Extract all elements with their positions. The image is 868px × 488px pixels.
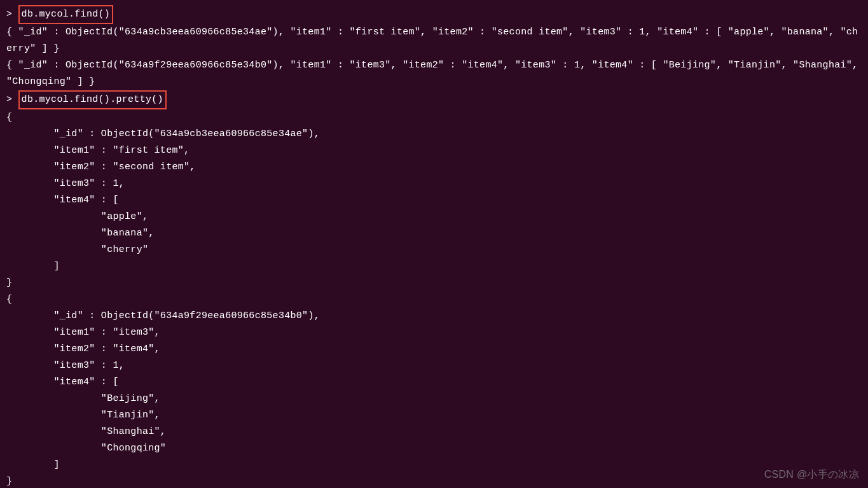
pretty-output-line: "item4" : [: [6, 374, 862, 391]
prompt-symbol: >: [6, 94, 18, 105]
output-line-1: { "_id" : ObjectId("634a9cb3eea60966c85e…: [6, 24, 862, 57]
pretty-output-line: "Chongqing": [6, 440, 862, 457]
pretty-output-line: "Shanghai",: [6, 424, 862, 440]
pretty-output-line: "item1" : "item3",: [6, 324, 862, 341]
pretty-output-line: "Tianjin",: [6, 407, 862, 424]
pretty-output-line: "item3" : 1,: [6, 176, 862, 192]
pretty-output: { "_id" : ObjectId("634a9cb3eea60966c85e…: [6, 109, 862, 488]
pretty-output-line: "banana",: [6, 225, 862, 242]
pretty-output-line: "item4" : [: [6, 192, 862, 209]
pretty-output-line: ]: [6, 258, 862, 275]
watermark: CSDN @小手の冰凉: [764, 466, 859, 483]
prompt-symbol: >: [6, 9, 18, 20]
terminal-prompt-line-2[interactable]: > db.mycol.find().pretty(): [6, 90, 862, 109]
pretty-output-line: ]: [6, 457, 862, 473]
pretty-output-line: "apple",: [6, 209, 862, 225]
pretty-output-line: }: [6, 473, 862, 488]
pretty-output-line: "_id" : ObjectId("634a9cb3eea60966c85e34…: [6, 126, 862, 143]
pretty-output-line: }: [6, 275, 862, 291]
pretty-output-line: "cherry": [6, 242, 862, 258]
pretty-output-line: {: [6, 291, 862, 308]
command-highlight-2: db.mycol.find().pretty(): [18, 90, 167, 109]
terminal-prompt-line-1[interactable]: > db.mycol.find(): [6, 5, 862, 24]
pretty-output-line: "item2" : "item4",: [6, 341, 862, 358]
pretty-output-line: "item3" : 1,: [6, 358, 862, 374]
pretty-output-line: {: [6, 109, 862, 126]
pretty-output-line: "item2" : "second item",: [6, 159, 862, 176]
output-line-2: { "_id" : ObjectId("634a9f29eea60966c85e…: [6, 57, 862, 90]
pretty-output-line: "_id" : ObjectId("634a9f29eea60966c85e34…: [6, 308, 862, 324]
pretty-output-line: "Beijing",: [6, 391, 862, 407]
pretty-output-line: "item1" : "first item",: [6, 143, 862, 159]
command-highlight-1: db.mycol.find(): [18, 5, 114, 24]
